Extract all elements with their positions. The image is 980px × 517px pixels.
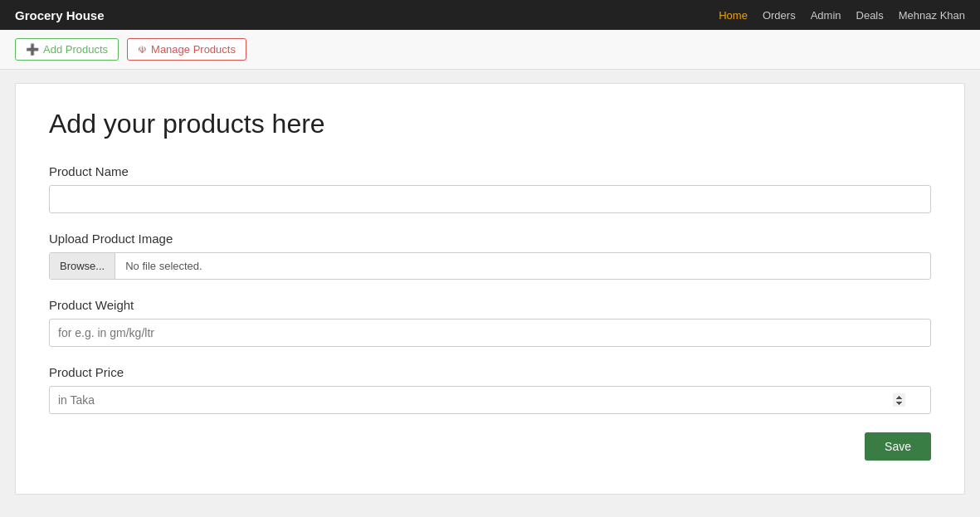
product-weight-label: Product Weight: [49, 298, 931, 312]
product-price-group: Product Price: [49, 365, 931, 414]
add-products-button[interactable]: ➕ Add Products: [15, 38, 119, 61]
browse-button[interactable]: Browse...: [50, 253, 115, 279]
nav-link-admin[interactable]: Admin: [811, 9, 841, 22]
product-name-input[interactable]: [49, 185, 931, 213]
page-title: Add your products here: [49, 109, 931, 139]
file-input-wrapper: Browse... No file selected.: [49, 252, 931, 280]
save-button[interactable]: Save: [865, 432, 931, 461]
product-weight-input[interactable]: [49, 319, 931, 347]
product-price-wrapper: [49, 386, 931, 414]
add-products-label: Add Products: [43, 43, 108, 56]
form-actions: Save: [49, 432, 931, 461]
product-weight-group: Product Weight: [49, 298, 931, 347]
navbar: Grocery House Home Orders Admin Deals Me…: [0, 0, 980, 30]
product-name-label: Product Name: [49, 164, 931, 178]
grid-icon: ☫: [138, 44, 147, 56]
manage-products-button[interactable]: ☫ Manage Products: [127, 38, 246, 61]
product-price-label: Product Price: [49, 365, 931, 379]
file-selected-label: No file selected.: [115, 253, 212, 279]
upload-image-group: Upload Product Image Browse... No file s…: [49, 232, 931, 280]
nav-link-home[interactable]: Home: [719, 9, 748, 22]
content-box: Add your products here Product Name Uplo…: [15, 83, 965, 495]
manage-products-label: Manage Products: [151, 43, 236, 56]
user-name: Mehnaz Khan: [899, 9, 965, 22]
product-price-input[interactable]: [49, 386, 931, 414]
nav-links: Home Orders Admin Deals Mehnaz Khan: [719, 9, 965, 22]
plus-icon: ➕: [26, 43, 39, 56]
app-brand: Grocery House: [15, 8, 105, 22]
upload-image-label: Upload Product Image: [49, 232, 931, 246]
product-name-group: Product Name: [49, 164, 931, 213]
nav-link-deals[interactable]: Deals: [856, 9, 884, 22]
main-wrapper: Add your products here Product Name Uplo…: [0, 70, 980, 508]
nav-link-orders[interactable]: Orders: [763, 9, 796, 22]
toolbar: ➕ Add Products ☫ Manage Products: [0, 30, 980, 70]
